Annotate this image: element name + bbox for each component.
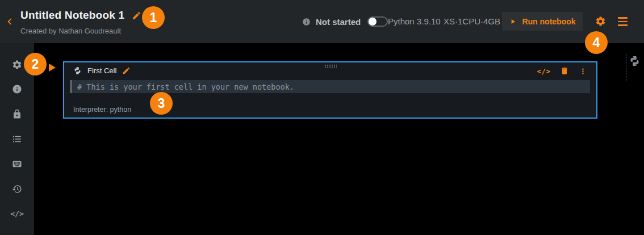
kernel-status-label: Not started [316, 17, 361, 27]
top-header-bar: Untitled Notebook 1 Created by Nathan Go… [0, 0, 644, 43]
edit-cell-name-pencil-icon[interactable] [122, 66, 131, 75]
sidebar-lock-icon[interactable] [0, 109, 34, 119]
run-notebook-button[interactable]: Run notebook [502, 12, 583, 31]
annotation-badge-4: 4 [585, 31, 608, 54]
back-chevron-icon[interactable] [3, 15, 16, 28]
annotation-badge-1: 1 [142, 6, 165, 29]
code-editor-line[interactable]: # This is your first cell in your new no… [70, 80, 590, 93]
run-cell-play-icon[interactable] [49, 64, 56, 72]
toggle-knob [369, 18, 377, 26]
hamburger-bar [618, 17, 628, 19]
code-comment-text: # This is your first cell in your new no… [72, 82, 294, 91]
notebook-cell[interactable]: First Cell </> # This is your first cell… [63, 61, 597, 119]
kernel-status-group: Not started [302, 16, 388, 27]
title-row: Untitled Notebook 1 [20, 9, 141, 22]
interpreter-label: Interpreter: python [73, 106, 131, 114]
cell-more-kebab-icon[interactable] [579, 67, 587, 75]
sidebar-info-icon[interactable] [0, 84, 34, 94]
sidebar-keyboard-icon[interactable] [0, 159, 34, 169]
annotation-badge-2: 2 [24, 53, 47, 75]
hamburger-bar [618, 21, 628, 23]
cell-actions: </> [537, 66, 587, 75]
container-size-label: XS·1CPU·4GB [444, 16, 500, 26]
kernel-toggle-switch[interactable] [367, 16, 388, 27]
menu-hamburger-icon[interactable] [618, 17, 628, 26]
sidebar-list-icon[interactable] [0, 134, 34, 144]
kernel-version-label: Python 3.9.10 [388, 16, 441, 26]
sidebar-code-icon[interactable]: </> [0, 209, 34, 219]
notebook-settings-gear-icon[interactable] [595, 16, 606, 27]
collapsed-python-panel[interactable] [626, 54, 641, 81]
notebook-page: Untitled Notebook 1 Created by Nathan Go… [0, 0, 644, 235]
code-glyph: </> [10, 209, 23, 219]
python-logo-icon [73, 66, 82, 75]
edit-title-pencil-icon[interactable] [132, 11, 141, 20]
cell-drag-handle-icon[interactable] [324, 64, 337, 68]
run-notebook-label: Run notebook [522, 17, 575, 26]
cell-header: First Cell [73, 66, 131, 75]
cell-delete-trash-icon[interactable] [560, 66, 569, 75]
play-icon [509, 18, 517, 26]
cell-code-icon[interactable]: </> [537, 67, 550, 75]
created-by-subtitle: Created by Nathan Goudreault [20, 27, 121, 35]
status-info-icon [302, 18, 311, 26]
page-title: Untitled Notebook 1 [20, 9, 124, 22]
hamburger-bar [618, 24, 628, 26]
cell-title: First Cell [87, 66, 116, 75]
annotation-badge-3: 3 [150, 92, 173, 115]
python-logo-icon [629, 55, 641, 67]
sidebar-history-icon[interactable] [0, 184, 34, 194]
